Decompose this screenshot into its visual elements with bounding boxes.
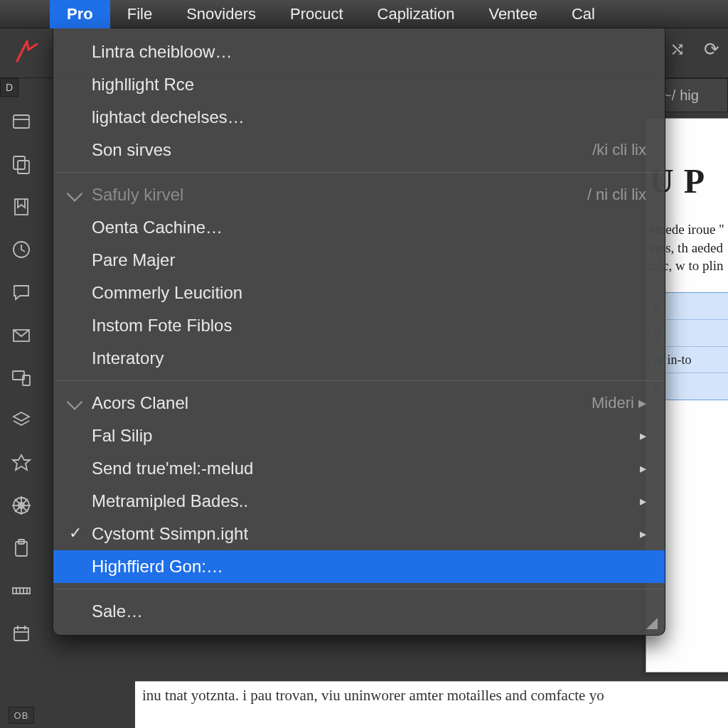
menu-item[interactable]: Sale… (53, 595, 665, 628)
menu-item[interactable]: Commerly Leucition (53, 277, 665, 309)
menu-item[interactable]: Oenta Cachine… (53, 211, 665, 244)
svg-rect-22 (14, 628, 28, 641)
ob-badge: OB (9, 707, 34, 724)
menu-separator (55, 380, 663, 381)
menu-item[interactable]: highllight Rce (53, 68, 665, 101)
ruler-icon[interactable] (9, 579, 33, 603)
swap-icon[interactable]: ⤭ (670, 38, 685, 60)
svg-rect-0 (14, 115, 29, 128)
resize-grip-icon[interactable] (646, 618, 658, 629)
svg-rect-2 (14, 156, 25, 169)
svg-rect-4 (15, 199, 28, 215)
left-toolstrip (0, 97, 43, 728)
submenu-arrow-icon: ▸ (640, 493, 646, 509)
menu-caplization[interactable]: Caplization (360, 0, 472, 28)
extensions-icon[interactable] (9, 451, 33, 475)
menu-item[interactable]: Metramipled Bades..▸ (53, 485, 665, 518)
svg-rect-3 (18, 161, 29, 173)
app-logo-icon (13, 37, 41, 65)
history-icon[interactable] (9, 237, 33, 262)
files-icon[interactable] (9, 152, 33, 176)
menu-item-highlighted[interactable]: Highffierd Gon:… (53, 550, 665, 583)
page-caption: inu tnat yotznta. i pau trovan, viu unin… (135, 681, 728, 728)
breadcrumb-text: hig (680, 87, 699, 104)
menu-item[interactable]: Lintra cheibloow… (53, 36, 665, 68)
submenu-arrow-icon: ▸ (640, 526, 646, 542)
bookmark-icon[interactable] (9, 195, 33, 219)
menu-item[interactable]: Son sirves/ki cli lix (53, 134, 665, 166)
menu-item[interactable]: Instom Fote Fiblos (53, 309, 665, 342)
pro-menu-dropdown: Lintra cheibloow… highllight Rce lightac… (53, 28, 665, 636)
menu-ventee[interactable]: Ventee (471, 0, 555, 28)
menu-item[interactable]: Safuly kirvel/ ni cli lix (53, 178, 665, 211)
submenu-arrow-icon: ▸ (640, 461, 646, 476)
refresh-icon[interactable]: ⟳ (704, 38, 719, 60)
menu-item[interactable]: Send true'mel:-melud▸ (53, 452, 665, 485)
menu-item[interactable]: Pare Majer (53, 244, 665, 277)
clipboard-icon[interactable] (9, 536, 33, 560)
menu-separator (55, 589, 663, 589)
menu-procuct[interactable]: Procuct (273, 0, 360, 28)
settings-icon[interactable] (9, 493, 33, 518)
devices-icon[interactable] (9, 365, 33, 390)
menu-separator (55, 172, 663, 173)
menu-snoviders[interactable]: Snoviders (169, 0, 273, 28)
gutter-label-d: D (0, 78, 18, 97)
chat-icon[interactable] (9, 280, 33, 304)
breadcrumb[interactable]: ~/ hig (657, 78, 728, 112)
menu-file[interactable]: File (110, 0, 169, 28)
calendar-icon[interactable] (9, 621, 33, 646)
project-icon[interactable] (9, 109, 33, 134)
menu-item[interactable]: lightact dechelses… (53, 101, 665, 134)
shortcut: Mideri ▸ (592, 394, 646, 412)
menu-item[interactable]: Interatory (53, 342, 665, 375)
layers-icon[interactable] (9, 408, 33, 432)
menu-item[interactable]: Acors ClanelMideri ▸ (53, 387, 665, 419)
menu-pro[interactable]: Pro (50, 0, 110, 28)
menu-item[interactable]: Fal Silip▸ (53, 419, 665, 452)
menubar: Pro File Snoviders Procuct Caplization V… (0, 0, 728, 28)
menu-item[interactable]: Cystomt Ssimpn.ight▸ (53, 518, 665, 550)
submenu-arrow-icon: ▸ (640, 428, 646, 444)
mail-icon[interactable] (9, 323, 33, 347)
shortcut: / ni cli lix (587, 186, 646, 204)
shortcut: /ki cli lix (592, 141, 646, 159)
menu-cal[interactable]: Cal (555, 0, 612, 28)
